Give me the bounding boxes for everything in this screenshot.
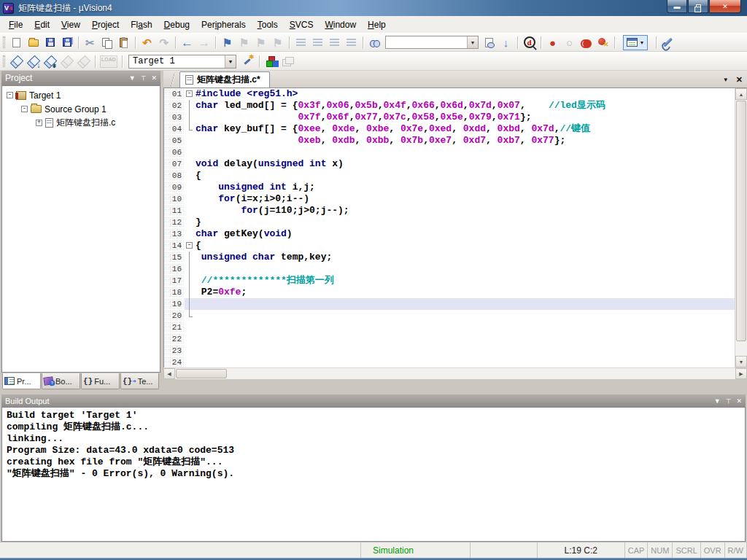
menu-svcs[interactable]: SVCS [284,17,320,33]
fold-margin[interactable] [185,123,194,135]
panel-dropdown-icon[interactable]: ▼ [714,397,721,405]
horizontal-scroll-thumb[interactable] [176,369,227,378]
code-line-5[interactable]: 05 0xeb, 0xdb, 0xbb, 0x7b,0xe7, 0xd7, 0x… [164,135,735,147]
code-line-6[interactable]: 06 [164,147,735,158]
code-line-18[interactable]: 18 P2=0xfe; [164,287,735,298]
fold-margin[interactable] [185,263,194,275]
copy-button[interactable] [98,35,115,50]
code-line-7[interactable]: 07void delay(unsigned int x) [164,158,735,170]
code-line-13[interactable]: 13char getKey(void) [164,228,735,240]
code-line-10[interactable]: 10 for(i=x;i>0;i--) [164,193,735,205]
panel-close-icon[interactable]: ✕ [151,74,157,82]
find-next-button[interactable]: ↓ [498,35,514,50]
menu-tools[interactable]: Tools [252,17,284,33]
bookmark-toggle-button[interactable]: ⚑ [219,35,236,50]
paste-button[interactable] [115,35,132,50]
panel-tab-bo[interactable]: Bo... [42,373,80,389]
code-line-12[interactable]: 12} [164,217,735,228]
download-button[interactable]: LOAD [98,54,119,69]
navigate-forward-button[interactable]: → [196,35,212,50]
fold-collapse-icon[interactable]: - [186,90,193,97]
panel-tab-te[interactable]: {}➜Te... [120,373,159,389]
code-line-24[interactable]: 24 [164,357,735,368]
menu-edit[interactable]: Edit [28,17,55,33]
batch-build-button[interactable] [58,54,75,69]
scroll-up-button[interactable]: ▲ [735,88,747,100]
code-line-21[interactable]: 21 [164,322,735,333]
fold-margin[interactable] [185,357,194,368]
code-line-4[interactable]: 04char key_buf[] = {0xee, 0xde, 0xbe, 0x… [164,123,735,135]
fold-margin[interactable]: - [185,88,194,100]
kill-all-breakpoints-button[interactable] [595,35,611,50]
bookmark-next-button[interactable]: ⚑ [252,35,269,50]
find-in-files-button[interactable] [366,35,383,50]
fold-margin[interactable] [185,158,194,170]
enable-all-breakpoints-button[interactable] [578,35,595,50]
windows-options-button[interactable]: ▼ [618,35,653,50]
panel-close-icon[interactable]: ✕ [736,397,742,405]
panel-pin-icon[interactable]: ⊥ [141,74,147,82]
vertical-scroll-thumb[interactable] [736,101,746,341]
menu-project[interactable]: Project [86,17,125,33]
menu-peripherals[interactable]: Peripherals [196,17,252,33]
fold-margin[interactable] [185,205,194,217]
tree-item-target-1[interactable]: -Target 1 [2,88,160,102]
rebuild-all-button[interactable]: ↡ [42,54,58,69]
stop-build-button[interactable] [75,54,92,69]
code-line-19[interactable]: 19 [164,298,735,310]
indent-button[interactable] [309,35,326,50]
code-line-3[interactable]: 03 0x7f,0x6f,0x77,0x7c,0x58,0x5e,0x79,0x… [164,112,735,123]
horizontal-scrollbar[interactable]: ◀ ▶ [163,368,747,379]
translate-file-button[interactable] [8,54,25,69]
panel-dropdown-icon[interactable]: ▼ [129,74,136,82]
fold-margin[interactable] [185,333,194,345]
incremental-find-button[interactable] [481,35,498,50]
code-line-2[interactable]: 02char led_mod[] = {0x3f,0x06,0x5b,0x4f,… [164,100,735,112]
fold-margin[interactable] [185,112,194,123]
expand-icon[interactable]: + [36,120,42,126]
menu-debug[interactable]: Debug [158,17,196,33]
panel-pin-icon[interactable]: ⊥ [726,397,732,405]
code-line-8[interactable]: 08{ [164,170,735,182]
code-line-9[interactable]: 09 unsigned int i,j; [164,182,735,193]
fold-margin[interactable] [185,100,194,112]
build-button[interactable]: ↓ [25,54,42,69]
fold-margin[interactable] [185,275,194,287]
minimize-button[interactable]: ▬ [667,0,687,13]
fold-margin[interactable] [185,217,194,228]
target-options-button[interactable] [239,54,256,69]
undo-button[interactable]: ↶ [139,35,155,50]
fold-margin[interactable] [185,345,194,357]
search-dropdown-icon[interactable]: ▼ [467,36,478,48]
title-bar[interactable]: V4 矩阵键盘扫描 - µVision4 ▬ ✕ [0,0,747,16]
close-button[interactable]: ✕ [709,0,741,13]
find-in-files-dialog-button[interactable]: d [521,35,538,50]
target-selector[interactable]: Target 1▼ [128,55,236,69]
fold-margin[interactable] [185,170,194,182]
fold-margin[interactable] [185,310,194,322]
fold-margin[interactable] [185,182,194,193]
tree-item-source-group-1[interactable]: -Source Group 1 [2,102,160,116]
scroll-right-button[interactable]: ▶ [735,368,747,379]
fold-margin[interactable] [185,298,194,310]
panel-tab-fu[interactable]: {}Fu... [81,373,120,389]
code-line-17[interactable]: 17 //*************扫描第一列 [164,275,735,287]
outdent-button[interactable] [293,35,309,50]
save-all-button[interactable] [58,35,75,50]
navigate-back-button[interactable]: ← [179,35,196,50]
fold-margin[interactable] [185,135,194,147]
fold-collapse-icon[interactable]: - [186,242,193,249]
vertical-scrollbar[interactable]: ▲ ▼ [735,88,747,368]
fold-margin[interactable] [185,228,194,240]
bookmark-clear-button[interactable]: ⚑ [269,35,286,50]
code-line-16[interactable]: 16 [164,263,735,275]
uncomment-button[interactable] [343,35,360,50]
code-line-23[interactable]: 23 [164,345,735,357]
collapse-icon[interactable]: - [7,92,13,98]
new-file-button[interactable] [8,35,25,50]
panel-tab-pr[interactable]: Pr... [2,373,41,389]
search-combobox[interactable]: ▼ [385,36,479,49]
disable-breakpoint-button[interactable]: ○ [561,35,578,50]
fold-margin[interactable] [185,322,194,333]
tree-item--c[interactable]: +矩阵键盘扫描.c [2,116,160,130]
